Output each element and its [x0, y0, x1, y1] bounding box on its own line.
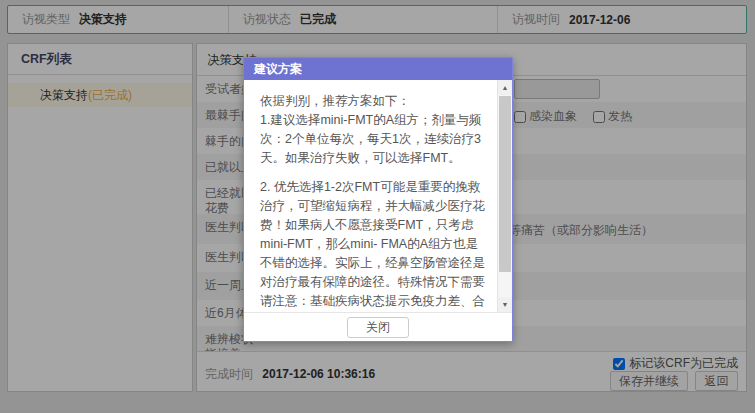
suggestion-modal: 建议方案 依据判别，推荐方案如下： 1.建议选择mini-FMT的A组方；剂量与… — [243, 57, 513, 342]
suggestion-text: 依据判别，推荐方案如下： 1.建议选择mini-FMT的A组方；剂量与频次：2个… — [260, 92, 487, 312]
modal-body: 依据判别，推荐方案如下： 1.建议选择mini-FMT的A组方；剂量与频次：2个… — [244, 80, 512, 312]
scrollbar-thumb[interactable] — [499, 96, 511, 272]
suggestion-intro: 依据判别，推荐方案如下： — [260, 92, 487, 111]
scroll-down-icon[interactable]: ▼ — [498, 297, 512, 312]
suggestion-point-2: 2. 优先选择1-2次FMT可能是重要的挽救治疗，可望缩短病程，并大幅减少医疗花… — [260, 178, 487, 312]
modal-title: 建议方案 — [244, 58, 512, 80]
screen: 访视类型 决策支持 访视状态 已完成 访视时间 2017-12-06 CRF列表… — [0, 0, 755, 413]
scroll-up-icon[interactable]: ▲ — [498, 80, 512, 95]
suggestion-point-1: 1.建议选择mini-FMT的A组方；剂量与频次：2个单位每次，每天1次，连续治… — [260, 111, 487, 168]
modal-footer: 关闭 — [244, 312, 512, 342]
close-button[interactable]: 关闭 — [347, 317, 409, 338]
modal-scrollbar[interactable]: ▲ ▼ — [497, 80, 512, 312]
